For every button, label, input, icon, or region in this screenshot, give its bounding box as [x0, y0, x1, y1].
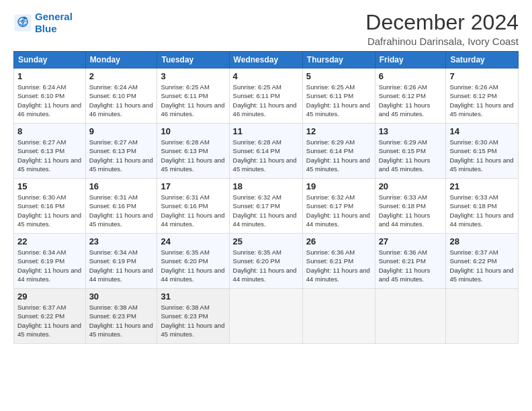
day-number: 23 [89, 236, 154, 246]
calendar-cell: 11 Sunrise: 6:28 AMSunset: 6:14 PMDaylig… [229, 124, 302, 179]
day-info: Sunrise: 6:38 AMSunset: 6:23 PMDaylight:… [89, 303, 154, 338]
day-number: 26 [306, 236, 371, 246]
calendar-header-row: Sunday Monday Tuesday Wednesday Thursday… [14, 52, 519, 68]
day-number: 1 [17, 71, 82, 81]
day-info: Sunrise: 6:33 AMSunset: 6:18 PMDaylight:… [379, 193, 443, 228]
day-info: Sunrise: 6:24 AMSunset: 6:10 PMDaylight:… [17, 83, 82, 118]
day-number: 19 [306, 181, 371, 191]
calendar-cell: 27 Sunrise: 6:36 AMSunset: 6:21 PMDaylig… [375, 234, 446, 289]
day-number: 5 [306, 71, 371, 81]
day-number: 21 [449, 181, 515, 191]
calendar-cell: 8 Sunrise: 6:27 AMSunset: 6:13 PMDayligh… [14, 124, 86, 179]
day-number: 12 [306, 126, 371, 136]
location-title: Dafrahinou Darinsala, Ivory Coast [365, 36, 519, 47]
day-info: Sunrise: 6:26 AMSunset: 6:12 PMDaylight:… [449, 83, 515, 118]
calendar-week-1: 1 Sunrise: 6:24 AMSunset: 6:10 PMDayligh… [14, 68, 519, 124]
day-number: 4 [233, 71, 299, 81]
calendar-cell: 23 Sunrise: 6:34 AMSunset: 6:19 PMDaylig… [85, 234, 157, 289]
calendar-cell: 19 Sunrise: 6:32 AMSunset: 6:17 PMDaylig… [302, 179, 375, 234]
day-info: Sunrise: 6:34 AMSunset: 6:19 PMDaylight:… [17, 248, 82, 283]
day-number: 20 [379, 181, 443, 191]
day-info: Sunrise: 6:27 AMSunset: 6:13 PMDaylight:… [89, 138, 154, 173]
logo-icon: G [13, 13, 32, 32]
calendar-week-4: 22 Sunrise: 6:34 AMSunset: 6:19 PMDaylig… [14, 234, 519, 289]
calendar-cell: 24 Sunrise: 6:35 AMSunset: 6:20 PMDaylig… [157, 234, 229, 289]
day-number: 15 [17, 181, 82, 191]
calendar-week-2: 8 Sunrise: 6:27 AMSunset: 6:13 PMDayligh… [14, 124, 519, 179]
logo-blue: Blue [35, 23, 73, 35]
calendar-cell: 14 Sunrise: 6:30 AMSunset: 6:15 PMDaylig… [446, 124, 519, 179]
day-number: 11 [233, 126, 299, 136]
col-tuesday: Tuesday [157, 52, 229, 68]
day-info: Sunrise: 6:35 AMSunset: 6:20 PMDaylight:… [161, 248, 225, 283]
day-number: 27 [379, 236, 443, 246]
calendar-cell [375, 289, 446, 344]
calendar-cell: 10 Sunrise: 6:28 AMSunset: 6:13 PMDaylig… [157, 124, 229, 179]
day-number: 7 [449, 71, 515, 81]
day-number: 24 [161, 236, 225, 246]
day-info: Sunrise: 6:31 AMSunset: 6:16 PMDaylight:… [89, 193, 154, 228]
calendar-cell: 26 Sunrise: 6:36 AMSunset: 6:21 PMDaylig… [302, 234, 375, 289]
day-info: Sunrise: 6:36 AMSunset: 6:21 PMDaylight:… [306, 248, 371, 283]
day-info: Sunrise: 6:29 AMSunset: 6:14 PMDaylight:… [306, 138, 371, 173]
day-number: 2 [89, 71, 154, 81]
day-info: Sunrise: 6:24 AMSunset: 6:10 PMDaylight:… [89, 83, 154, 118]
day-number: 16 [89, 181, 154, 191]
day-info: Sunrise: 6:38 AMSunset: 6:23 PMDaylight:… [161, 303, 225, 338]
calendar-cell: 1 Sunrise: 6:24 AMSunset: 6:10 PMDayligh… [14, 68, 86, 124]
month-title: December 2024 [365, 11, 519, 34]
day-info: Sunrise: 6:35 AMSunset: 6:20 PMDaylight:… [233, 248, 299, 283]
logo: G General Blue [13, 11, 73, 35]
calendar-cell [229, 289, 302, 344]
day-info: Sunrise: 6:25 AMSunset: 6:11 PMDaylight:… [161, 83, 225, 118]
calendar-cell: 29 Sunrise: 6:37 AMSunset: 6:22 PMDaylig… [14, 289, 86, 344]
day-info: Sunrise: 6:32 AMSunset: 6:17 PMDaylight:… [233, 193, 299, 228]
calendar-cell: 17 Sunrise: 6:31 AMSunset: 6:16 PMDaylig… [157, 179, 229, 234]
day-number: 10 [161, 126, 225, 136]
day-info: Sunrise: 6:37 AMSunset: 6:22 PMDaylight:… [17, 303, 82, 338]
col-thursday: Thursday [302, 52, 375, 68]
calendar-cell: 31 Sunrise: 6:38 AMSunset: 6:23 PMDaylig… [157, 289, 229, 344]
day-info: Sunrise: 6:26 AMSunset: 6:12 PMDaylight:… [379, 83, 443, 118]
day-info: Sunrise: 6:31 AMSunset: 6:16 PMDaylight:… [161, 193, 225, 228]
day-info: Sunrise: 6:30 AMSunset: 6:16 PMDaylight:… [17, 193, 82, 228]
day-number: 6 [379, 71, 443, 81]
col-friday: Friday [375, 52, 446, 68]
day-info: Sunrise: 6:37 AMSunset: 6:22 PMDaylight:… [449, 248, 515, 283]
day-number: 8 [17, 126, 82, 136]
day-number: 28 [449, 236, 515, 246]
calendar-cell: 4 Sunrise: 6:25 AMSunset: 6:11 PMDayligh… [229, 68, 302, 124]
day-number: 18 [233, 181, 299, 191]
day-info: Sunrise: 6:34 AMSunset: 6:19 PMDaylight:… [89, 248, 154, 283]
day-number: 17 [161, 181, 225, 191]
day-info: Sunrise: 6:25 AMSunset: 6:11 PMDaylight:… [306, 83, 371, 118]
calendar-cell: 16 Sunrise: 6:31 AMSunset: 6:16 PMDaylig… [85, 179, 157, 234]
calendar-cell: 12 Sunrise: 6:29 AMSunset: 6:14 PMDaylig… [302, 124, 375, 179]
calendar-cell: 2 Sunrise: 6:24 AMSunset: 6:10 PMDayligh… [85, 68, 157, 124]
calendar-cell: 28 Sunrise: 6:37 AMSunset: 6:22 PMDaylig… [446, 234, 519, 289]
calendar-cell: 9 Sunrise: 6:27 AMSunset: 6:13 PMDayligh… [85, 124, 157, 179]
calendar-table: Sunday Monday Tuesday Wednesday Thursday… [13, 51, 519, 344]
page: G General Blue December 2024 Dafrahinou … [0, 0, 532, 411]
calendar-cell: 3 Sunrise: 6:25 AMSunset: 6:11 PMDayligh… [157, 68, 229, 124]
header: G General Blue December 2024 Dafrahinou … [13, 11, 519, 47]
calendar-cell: 6 Sunrise: 6:26 AMSunset: 6:12 PMDayligh… [375, 68, 446, 124]
calendar-cell [446, 289, 519, 344]
day-info: Sunrise: 6:28 AMSunset: 6:13 PMDaylight:… [161, 138, 225, 173]
day-number: 14 [449, 126, 515, 136]
calendar-cell: 30 Sunrise: 6:38 AMSunset: 6:23 PMDaylig… [85, 289, 157, 344]
day-number: 22 [17, 236, 82, 246]
day-number: 3 [161, 71, 225, 81]
day-info: Sunrise: 6:30 AMSunset: 6:15 PMDaylight:… [449, 138, 515, 173]
day-info: Sunrise: 6:25 AMSunset: 6:11 PMDaylight:… [233, 83, 299, 118]
calendar-cell: 22 Sunrise: 6:34 AMSunset: 6:19 PMDaylig… [14, 234, 86, 289]
title-block: December 2024 Dafrahinou Darinsala, Ivor… [365, 11, 519, 47]
col-monday: Monday [85, 52, 157, 68]
calendar-cell: 15 Sunrise: 6:30 AMSunset: 6:16 PMDaylig… [14, 179, 86, 234]
day-number: 30 [89, 291, 154, 302]
day-info: Sunrise: 6:27 AMSunset: 6:13 PMDaylight:… [17, 138, 82, 173]
calendar-cell: 20 Sunrise: 6:33 AMSunset: 6:18 PMDaylig… [375, 179, 446, 234]
col-sunday: Sunday [14, 52, 86, 68]
calendar-week-5: 29 Sunrise: 6:37 AMSunset: 6:22 PMDaylig… [14, 289, 519, 344]
day-number: 29 [17, 291, 82, 302]
